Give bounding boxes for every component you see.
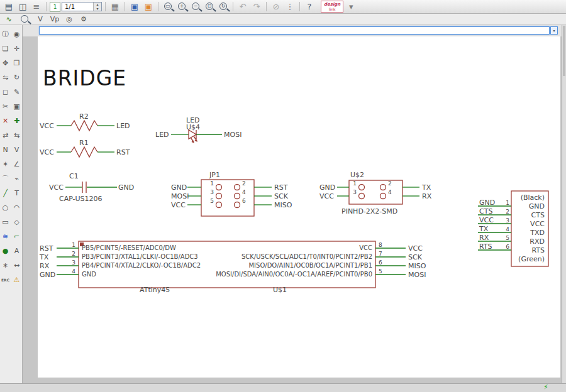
resistor-r1[interactable]: VCC R1 RST (40, 139, 130, 157)
net-label: MOSI (408, 271, 426, 279)
pin-number: 2 (388, 180, 392, 187)
invoke-icon[interactable]: ⌁ (12, 174, 21, 183)
wire-mode-icon[interactable]: ∿ (4, 14, 14, 24)
split-icon[interactable]: ⌒ (1, 174, 10, 183)
dimension-tool-icon[interactable]: ↔ (12, 261, 21, 270)
layer-visibility-icon[interactable]: ▣ (142, 1, 155, 13)
replace-icon[interactable]: ⇆ (12, 131, 21, 140)
redo-icon[interactable]: ↷ (250, 1, 263, 13)
overflow-menu-icon[interactable]: ⋮ (284, 1, 296, 13)
wire-tool-icon[interactable]: ╱ (1, 188, 10, 198)
net-label: RST (40, 244, 53, 253)
name-icon[interactable]: N (1, 145, 10, 155)
zoom-redraw-icon[interactable]: ↻ (219, 3, 227, 10)
copy-icon[interactable]: ❐ (12, 58, 21, 68)
zoom-in-icon[interactable]: + (178, 3, 186, 10)
pin-number: 3 (353, 189, 357, 195)
circle-tool-icon[interactable]: ○ (1, 203, 10, 212)
zoom-select-icon[interactable]: ⊡ (206, 3, 213, 10)
change-icon[interactable]: ✎ (12, 87, 21, 97)
layer-settings-icon[interactable]: ▣ (128, 1, 141, 13)
zoom-out-icon[interactable]: − (192, 3, 199, 10)
mirror-icon[interactable]: ⇋ (1, 73, 10, 82)
serial-connector[interactable]: (Black) GND CTS VCC TXD RXD RTS (Green) … (478, 191, 548, 266)
pin-name: RTS (531, 246, 545, 254)
pin-circle (359, 185, 365, 190)
print-icon[interactable]: ≡ (30, 1, 43, 13)
pin-circle (235, 202, 240, 208)
info-icon[interactable]: ⓘ (1, 30, 10, 39)
undo-icon[interactable]: ↶ (236, 1, 249, 13)
arc-tool-icon[interactable]: ◠ (12, 203, 21, 212)
pin-name: MISO/DO/AIN1/OC0B/OC1A/PCINT1/PB1 (248, 262, 372, 269)
voltage-label[interactable]: V (35, 14, 45, 24)
search-icon[interactable] (21, 15, 28, 23)
sheet-icon[interactable]: 1 (50, 2, 60, 12)
delete-icon[interactable]: ✕ (1, 116, 10, 126)
rect-tool-icon[interactable]: ▭ (1, 217, 10, 227)
settings-gear-icon[interactable]: ⚙ (79, 14, 89, 24)
value-icon[interactable]: V (12, 145, 21, 155)
attribute-tool-icon[interactable]: ∗ (1, 261, 10, 270)
command-input[interactable] (39, 26, 550, 35)
probe-icon[interactable]: ◎ (64, 14, 74, 24)
save-icon[interactable]: ◫ (16, 1, 29, 13)
show-icon[interactable]: ◉ (12, 30, 21, 39)
erc-icon[interactable]: ERC (1, 275, 10, 285)
help-icon[interactable]: ? (303, 1, 316, 13)
pinswap-icon[interactable]: ⇄ (1, 131, 10, 140)
erc-errors-icon[interactable]: ⚠ (12, 275, 21, 285)
voltage-probe-label[interactable]: Vp (50, 14, 60, 24)
mark-icon[interactable]: ✛ (12, 44, 21, 53)
sheet-selector[interactable]: 1/1 ▴ ▾ (62, 2, 102, 11)
header-jp1[interactable]: JP1 1 2 3 4 5 6 GND MOSI VCC (171, 171, 292, 216)
text-tool-icon[interactable]: T (12, 188, 21, 198)
command-dropdown-button[interactable]: ▾ (550, 26, 558, 35)
paste-icon[interactable]: ▣ (12, 102, 21, 111)
net-label: RX (40, 262, 50, 270)
led-u4[interactable]: LED LED U$4 MOSI (155, 116, 241, 143)
net-tool-icon[interactable]: ⌐ (12, 232, 21, 241)
sheet-selector-spinners: ▴ ▾ (93, 3, 101, 11)
junction-tool-icon[interactable]: ● (1, 246, 10, 256)
capacitor-c1[interactable]: VCC GND C1 CAP-US1206 (49, 172, 134, 203)
polygon-tool-icon[interactable]: ◇ (12, 217, 21, 227)
open-icon[interactable]: ▤ (3, 1, 15, 13)
display-icon[interactable]: ❏ (1, 44, 10, 53)
move-icon[interactable]: ✥ (1, 58, 10, 68)
vertical-scrollbar[interactable] (562, 25, 566, 383)
net-label: LED (116, 122, 130, 130)
smash-icon[interactable]: ✶ (1, 160, 10, 169)
stop-icon[interactable]: ⊘ (270, 1, 282, 13)
pin-name: PB5/PCINT5/-RESET/ADC0/DW (82, 244, 176, 251)
design-link-dropdown-icon[interactable]: ▾ (345, 1, 357, 13)
scrollbar-thumb[interactable] (563, 26, 565, 76)
zoom-fit-icon[interactable]: ▭ (164, 3, 172, 10)
net-label: MOSI (171, 192, 189, 200)
spin-down-icon[interactable]: ▾ (94, 7, 101, 11)
schematic-sheet[interactable]: BRIDGE VCC R2 LED VCC R1 RST (38, 36, 560, 378)
mcu-attiny45[interactable]: RST TX RX GND 1 2 3 4 PB5/PCINT5/-RESET/… (39, 241, 426, 294)
bus-tool-icon[interactable]: ≋ (1, 232, 10, 241)
net-label: MISO (408, 262, 426, 270)
net-label: GND (118, 183, 134, 192)
pin-number: 5 (379, 268, 382, 275)
pin-name: CTS (531, 211, 545, 219)
schematic-title[interactable]: BRIDGE (43, 66, 126, 90)
add-icon[interactable]: ✚ (12, 116, 21, 126)
rotate-icon[interactable]: ↻ (12, 73, 21, 82)
resistor-r2[interactable]: VCC R2 LED (40, 112, 130, 131)
cut-icon[interactable]: ✂ (1, 102, 10, 111)
design-link-line1: design (324, 3, 340, 7)
net-label: VCC (171, 201, 186, 209)
design-link-logo[interactable]: design link (321, 1, 343, 13)
editor-canvas[interactable]: ▾ BRIDGE VCC R2 LED VCC R1 (23, 25, 562, 383)
grid-icon[interactable]: ▦ (109, 1, 121, 13)
pin-number: 6 (242, 198, 246, 204)
miter-icon[interactable]: ∠ (12, 160, 21, 169)
header-u2[interactable]: U$2 1 2 3 4 GND VCC TX RX PINHD-2X2-SMD (319, 171, 432, 215)
pin-number: 3 (72, 259, 75, 266)
label-tool-icon[interactable]: A (12, 246, 21, 256)
group-icon[interactable]: ◻ (1, 87, 10, 97)
separator (233, 2, 233, 11)
